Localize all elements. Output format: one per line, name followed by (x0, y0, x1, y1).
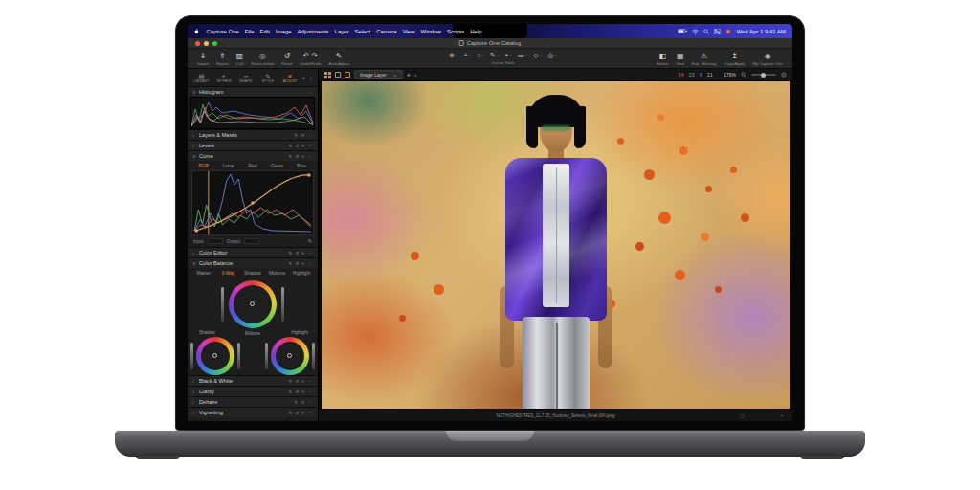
color-balance-tab[interactable]: Master (192, 271, 215, 276)
midtone-color-wheel[interactable] (229, 280, 277, 328)
zoom-button[interactable] (212, 41, 217, 46)
menu-item[interactable]: Adjustments (295, 29, 331, 34)
single-view-icon[interactable] (335, 72, 341, 78)
capture-one-status-icon[interactable] (725, 29, 731, 34)
magnifier-icon[interactable] (741, 72, 746, 78)
tabs-overflow-icon[interactable]: » (302, 75, 305, 80)
cursor-tool-icon[interactable]: + (464, 52, 472, 59)
toolbar-button[interactable]: ⚠ Exp. Warning (690, 52, 719, 66)
color-balance-tab[interactable]: Highlight (290, 271, 313, 276)
toolbar-button[interactable]: ↺ Reset (279, 52, 294, 66)
cursor-tool-icon[interactable]: ⌖ (505, 52, 513, 59)
toolbar-button[interactable]: ⇓ Import (195, 52, 211, 66)
highlight-color-wheel[interactable] (271, 337, 309, 375)
curve-input-value[interactable] (208, 238, 223, 244)
curve-output-value[interactable] (244, 238, 259, 244)
toolbar-button[interactable]: ✎ Auto Adjust (326, 52, 351, 66)
panel-menu-icons[interactable]: ✎ ↺ ≡ ⋯ (288, 154, 313, 159)
tool-tab[interactable]: ⌖ TETHER (213, 73, 234, 83)
minimize-button[interactable] (204, 41, 209, 46)
panel-menu-icons[interactable]: ✎ ↺ ≡ ⋯ (288, 261, 313, 266)
toolbar-button[interactable]: ◎ Share online (249, 52, 276, 66)
saturation-slider[interactable] (221, 287, 224, 322)
toolbar-button[interactable]: ◧ Before (655, 52, 671, 66)
curve-channel-tab[interactable]: Red (241, 164, 264, 168)
zoom-slider[interactable] (751, 74, 776, 76)
close-button[interactable] (195, 41, 200, 46)
panel-header[interactable]: › Dehaze ✎ ↺ ⋯ (188, 396, 318, 407)
menu-item[interactable]: Edit (257, 29, 272, 34)
cursor-tool-icon[interactable]: ⊕ (449, 52, 457, 59)
toolbar-button[interactable]: ▥ Cull (234, 52, 246, 66)
cursor-tool-icon[interactable]: ◇ (533, 52, 542, 59)
panel-header-layers[interactable]: › Layers & Masks ✎ ↺ ⋯ (188, 129, 318, 140)
curve-channel-tab[interactable]: Green (266, 164, 289, 168)
panel-menu-icons[interactable]: ✎ ↺ ≡ ⋯ (288, 379, 313, 384)
layer-dropdown[interactable]: Image Layer ∨ (354, 70, 403, 79)
menu-bar-clock[interactable]: Wed Apr 1 9:41 AM (736, 29, 786, 34)
menu-item[interactable]: View (400, 29, 417, 34)
search-icon[interactable] (703, 29, 709, 34)
zoom-level[interactable]: 176% (724, 72, 736, 78)
menu-item[interactable]: Scripts (444, 29, 466, 34)
add-layer-button[interactable]: + (407, 72, 411, 78)
toolbar-button[interactable]: ↶ ↷ Undo/Redo (299, 52, 323, 66)
wheel-handle[interactable] (287, 353, 292, 358)
menu-item[interactable]: Capture One (204, 29, 241, 34)
panel-menu-icons[interactable]: ✎ ↺ ≡ ⋯ (288, 390, 313, 394)
saturation-slider[interactable] (190, 343, 193, 369)
curve-graph[interactable] (191, 170, 314, 235)
panel-menu-icons[interactable]: ✎ ↺ ⋯ (294, 400, 313, 405)
panel-header-color-editor[interactable]: › Color Editor ✎ ↺ ≡ ⋯ (188, 247, 318, 257)
curve-channel-tab[interactable]: Luma (217, 164, 240, 168)
panel-menu-icons[interactable]: ✎ ↺ ≡ ⋯ (288, 411, 313, 415)
tool-tab[interactable]: ≡ ADJUST (280, 73, 301, 83)
thumbnail-grid-icon[interactable] (324, 72, 331, 78)
curve-channel-tab[interactable]: Blue (290, 164, 313, 168)
add-layer-caret-icon[interactable]: ∨ (414, 73, 417, 78)
toolbar-button[interactable]: ⇑ Export (214, 52, 230, 66)
panel-menu-icons[interactable]: ✎ ↺ ≡ ⋯ (288, 144, 313, 148)
panel-menu-icons[interactable]: ⋯ (307, 90, 313, 95)
menu-item[interactable]: Window (418, 29, 443, 34)
panel-menu-icons[interactable]: ✎ ↺ ⋯ (294, 133, 313, 138)
wheel-handle[interactable] (212, 353, 217, 358)
zoom-slider-handle[interactable] (761, 73, 766, 78)
menu-item[interactable]: Select (352, 29, 373, 34)
color-balance-tab[interactable]: Midtone (266, 271, 289, 276)
tool-tab[interactable]: ▤ LIBRARY (191, 73, 212, 83)
panel-header[interactable]: › Clarity ✎ ↺ ≡ ⋯ (188, 386, 318, 396)
toolbar-button[interactable]: ▦ Grid (675, 52, 686, 66)
wheel-handle[interactable] (250, 301, 255, 306)
curve-channel-tab[interactable]: RGB (192, 164, 215, 168)
panel-header-histogram[interactable]: ∨ Histogram ⋯ (188, 86, 318, 97)
shadow-color-wheel[interactable] (196, 337, 234, 375)
menu-item[interactable]: File (242, 29, 256, 34)
panel-header-levels[interactable]: › Levels ✎ ↺ ≡ ⋯ (188, 140, 318, 150)
panel-header[interactable]: › Black & White ✎ ↺ ≡ ⋯ (188, 375, 318, 386)
wifi-icon[interactable] (692, 29, 699, 34)
viewer-canvas[interactable] (319, 81, 792, 409)
cursor-tool-icon[interactable]: ▭ (518, 52, 527, 59)
menu-item[interactable]: Help (468, 29, 484, 34)
color-balance-tab[interactable]: Shadow (241, 271, 264, 276)
lightness-slider[interactable] (237, 343, 240, 369)
panel-header[interactable]: › Vignetting ✎ ↺ ≡ ⋯ (188, 407, 318, 417)
tool-tab[interactable]: ✎ STYLE (257, 73, 278, 83)
panel-menu-icons[interactable]: ✎ ↺ ≡ ⋯ (288, 251, 313, 256)
menu-item[interactable]: Camera (374, 29, 399, 34)
toolbar-button[interactable]: ◉ My Capture One (750, 52, 785, 66)
curve-pick-icon[interactable]: ✎ (307, 238, 312, 244)
filmstrip-controls[interactable]: ▢ · · · · · ▪ (740, 413, 785, 418)
cursor-tool-icon[interactable]: ○ (477, 52, 484, 59)
apple-menu-icon[interactable] (194, 28, 201, 35)
tabs-menu-icon[interactable]: ⋮ (308, 75, 314, 81)
lightness-slider[interactable] (281, 287, 284, 322)
panel-header-curve[interactable]: ∨ Curve ✎ ↺ ≡ ⋯ (188, 150, 318, 161)
menu-item[interactable]: Image (273, 29, 294, 34)
tool-tab[interactable]: ▱ SHAPE (235, 73, 256, 83)
color-balance-tab[interactable]: 3-Way (217, 271, 240, 276)
saturation-slider[interactable] (265, 343, 268, 369)
toolbar-button[interactable]: ↥ Copy/Apply (722, 52, 746, 66)
cursor-tool-icon[interactable]: ◎ (547, 52, 557, 59)
